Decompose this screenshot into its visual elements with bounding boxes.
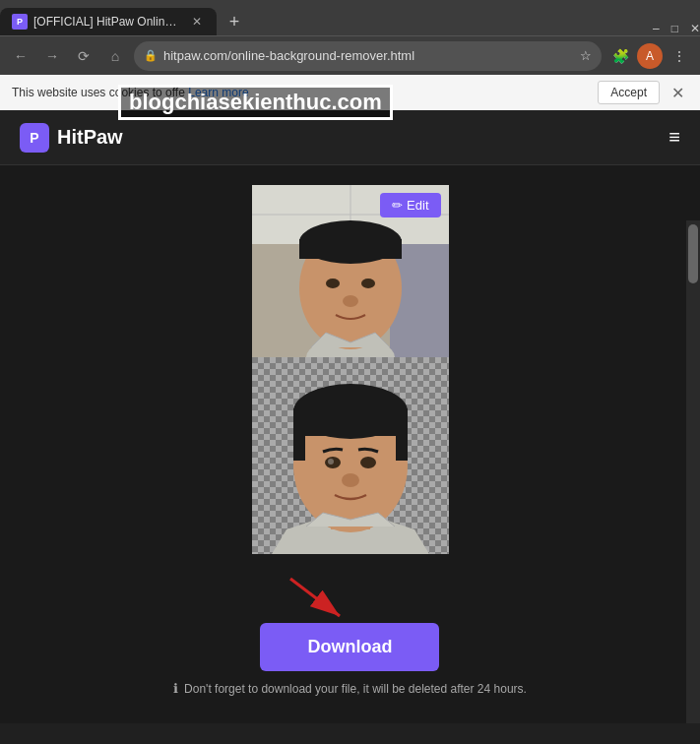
browser-toolbar: ← → ⟳ ⌂ 🔒 hitpaw.com/online-background-r… (0, 35, 700, 75)
reload-button[interactable]: ⟳ (71, 43, 96, 69)
svg-rect-16 (293, 408, 408, 436)
processed-image (252, 357, 449, 554)
info-icon: ℹ (173, 681, 178, 696)
profile-icon[interactable]: A (637, 43, 663, 69)
scrollbar-thumb[interactable] (688, 224, 698, 283)
scrollbar[interactable] (686, 220, 700, 723)
site-header: P HitPaw ≡ (0, 110, 700, 165)
lock-icon: 🔒 (144, 49, 158, 62)
svg-rect-18 (396, 431, 408, 461)
tab-close-button[interactable]: ✕ (189, 14, 205, 30)
svg-rect-17 (293, 431, 305, 461)
home-button[interactable]: ⌂ (102, 43, 128, 69)
svg-point-12 (343, 295, 358, 307)
close-window-button[interactable]: ✕ (690, 22, 700, 35)
toolbar-icons: 🧩 A ⋮ (607, 43, 692, 69)
red-arrow-svg (271, 569, 389, 623)
image-stack: ✏ Edit (252, 185, 449, 554)
edit-button[interactable]: ✏ Edit (380, 193, 440, 217)
tab-favicon: P (12, 14, 28, 30)
edit-icon: ✏ (392, 198, 403, 213)
cookie-text: This website uses cookies to offe Learn … (12, 86, 590, 99)
cookie-close-button[interactable]: ✕ (668, 84, 688, 102)
logo-icon: P (20, 123, 49, 153)
download-button[interactable]: Download (260, 623, 439, 671)
address-bar[interactable]: 🔒 hitpaw.com/online-background-remover.h… (134, 41, 602, 71)
logo[interactable]: P HitPaw (20, 123, 123, 153)
processed-photo-svg (252, 357, 449, 554)
svg-point-22 (342, 473, 359, 487)
info-message: ℹ Don't forget to download your file, it… (173, 681, 527, 696)
learn-more-link[interactable]: Learn more (188, 86, 248, 99)
accept-cookies-button[interactable]: Accept (598, 81, 660, 104)
logo-text: HitPaw (57, 126, 123, 149)
arrow-area (251, 574, 448, 623)
edit-label: Edit (407, 198, 428, 213)
tab-title: [OFFICIAL] HitPaw Online Backgr... (33, 15, 183, 29)
info-text-content: Don't forget to download your file, it w… (184, 682, 527, 696)
window-controls: – □ ✕ (653, 22, 700, 35)
svg-point-10 (326, 279, 340, 288)
url-text: hitpaw.com/online-background-remover.htm… (163, 48, 574, 63)
main-content: ✏ Edit (0, 165, 700, 723)
extensions-icon[interactable]: 🧩 (607, 43, 633, 69)
svg-point-21 (328, 459, 334, 465)
svg-line-24 (290, 579, 340, 616)
back-button[interactable]: ← (8, 43, 33, 69)
maximize-button[interactable]: □ (671, 22, 678, 35)
page-content: P HitPaw ≡ (0, 110, 700, 723)
svg-rect-9 (299, 239, 402, 259)
tab-bar: P [OFFICIAL] HitPaw Online Backgr... ✕ +… (0, 0, 700, 35)
browser-chrome: P [OFFICIAL] HitPaw Online Backgr... ✕ +… (0, 0, 700, 110)
menu-dots-icon[interactable]: ⋮ (667, 43, 692, 69)
face-cutout (252, 357, 449, 554)
svg-point-11 (361, 279, 375, 288)
active-tab[interactable]: P [OFFICIAL] HitPaw Online Backgr... ✕ (0, 8, 217, 35)
new-tab-button[interactable]: + (221, 8, 248, 35)
svg-point-20 (360, 457, 376, 468)
minimize-button[interactable]: – (653, 22, 660, 35)
cookie-banner: This website uses cookies to offe Learn … (0, 75, 700, 110)
bookmark-icon[interactable]: ☆ (580, 48, 592, 63)
download-area: Download ℹ Don't forget to download your… (173, 554, 527, 708)
hamburger-menu-icon[interactable]: ≡ (668, 126, 680, 149)
forward-button[interactable]: → (39, 43, 65, 69)
